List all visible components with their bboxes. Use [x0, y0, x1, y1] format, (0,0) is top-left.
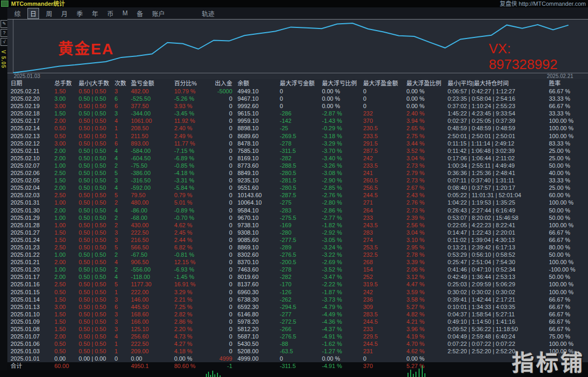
table-row[interactable]: 2025.02.042.000.50 | 0.504-592.00-5.84 %… — [7, 184, 588, 191]
cell: -3.18 % — [318, 132, 360, 140]
menu-item-日[interactable]: 日 — [27, 8, 39, 19]
cell: 1 — [110, 347, 127, 355]
menu-item-月[interactable]: 月 — [59, 8, 70, 18]
cell: -525.50 — [127, 95, 168, 102]
table-row[interactable]: 2025.02.193.000.50 | 0.506377.503.93 %09… — [7, 102, 588, 110]
cell: 0:11:15 | 1:11:14 | 2:49:12 — [443, 140, 548, 147]
cell: 430.00 — [127, 221, 168, 229]
table-row[interactable]: 2025.01.060.500.50 | 0.501222.504.27 %05… — [7, 340, 588, 347]
cell: 79.50 — [127, 191, 168, 199]
table-row[interactable]: 2025.01.232.500.50 | 0.505566.506.82 %08… — [7, 244, 588, 251]
table-row[interactable]: 2025.02.071.000.50 | 0.502-75.50-0.85 %0… — [7, 162, 588, 169]
cell: 6592.30 — [234, 303, 277, 311]
cell: 6 — [110, 95, 127, 102]
table-row[interactable]: 2025.01.101.500.50 | 0.503168.602.82 %06… — [7, 311, 588, 318]
table-row[interactable]: 2025.01.030.500.50 | 0.501209.004.18 %05… — [7, 347, 588, 355]
table-row[interactable]: 2025.02.203.000.50 | 0.506-525.50-5.26 %… — [7, 95, 588, 102]
table-row[interactable]: 2025.01.302.000.50 | 0.504-86.00-0.89 %0… — [7, 207, 588, 214]
cell: 4.62 % — [168, 221, 207, 229]
table-row[interactable]: 2025.01.133.000.50 | 0.506445.507.25 %06… — [7, 303, 588, 311]
cell: 25.00 % — [548, 184, 588, 191]
cell: 4.62 % — [402, 347, 443, 355]
cell: -286 — [277, 110, 318, 117]
cell: -386.00 — [127, 169, 168, 177]
cell: 2025.01.22 — [7, 251, 52, 258]
cell — [234, 362, 277, 370]
table-row[interactable]: 2025.01.212.000.50 | 0.504906.5012.15 %0… — [7, 258, 588, 266]
table-row[interactable]: 2025.01.091.500.50 | 0.503166.002.86 %05… — [7, 318, 588, 325]
menu-item-备[interactable]: 备 — [135, 8, 145, 18]
cell: 100.00 % — [548, 221, 588, 229]
cell: 242 — [360, 288, 402, 296]
cell: 370 — [360, 117, 402, 124]
pencil-icon[interactable]: ✎ — [1, 20, 8, 28]
cell: 0.50 | 0.50 — [76, 154, 110, 162]
menu-item-季[interactable]: 季 — [74, 8, 85, 18]
cell: 0 — [207, 117, 234, 124]
table-body: 2025.02.211.500.50 | 0.503482.0010.79 %-… — [7, 88, 588, 371]
menu-item-综[interactable]: 综 — [12, 8, 23, 18]
cell: 9959.10 — [234, 117, 277, 124]
menu-item-年[interactable]: 年 — [90, 8, 100, 18]
help-icon[interactable]: ? — [1, 29, 8, 37]
cell: 0.50 | 0.50 — [76, 273, 110, 281]
table-row[interactable]: 2025.02.032.500.50 | 0.50579.500.79 %010… — [7, 191, 588, 199]
table-row[interactable]: 2025.01.172.000.50 | 0.504-118.00-1.45 %… — [7, 273, 588, 281]
table-row[interactable]: 2025.01.281.000.50 | 0.502430.004.62 %09… — [7, 221, 588, 229]
menu-item-轨迹[interactable]: 轨迹 — [200, 8, 216, 18]
table-row[interactable]: 2025.02.172.000.50 | 0.5041061.0011.92 %… — [7, 117, 588, 124]
menu-item-周[interactable]: 周 — [44, 8, 54, 18]
table-row[interactable]: 2025.01.150.500.50 | 0.501222.003.29 %06… — [7, 288, 588, 296]
cell: 7463.60 — [234, 266, 277, 273]
table-row[interactable]: 2025.01.081.500.50 | 0.503125.102.20 %05… — [7, 325, 588, 333]
table-row[interactable]: 2025.02.211.500.50 | 0.503482.0010.79 %-… — [7, 88, 588, 95]
menu-item-M[interactable]: M — [120, 9, 130, 17]
table-row[interactable]: 2025.01.271.500.50 | 0.503222.502.45 %09… — [7, 229, 588, 236]
table-row[interactable]: 2025.01.221.000.50 | 0.502-67.50-0.81 %0… — [7, 251, 588, 258]
cell: 0 — [207, 266, 234, 273]
brand-link[interactable]: 复盘侠 http://MTCommander.com — [500, 0, 586, 7]
cell: 2.39 % — [402, 214, 443, 221]
table-row[interactable]: 2025.01.010.000.00 | 0.0000.000.00 %4999… — [7, 355, 588, 362]
table-row[interactable]: 2025.02.051.500.50 | 0.503-316.50-3.31 %… — [7, 177, 588, 184]
cell: -287.5 — [277, 191, 318, 199]
cell: 2.00 — [52, 154, 76, 162]
cell: 0:26:43 | 2:27:44 | 6:16:49 — [443, 207, 548, 214]
cell: 3 — [110, 88, 127, 95]
table-row[interactable]: 2025.02.123.000.50 | 0.506893.0011.77 %0… — [7, 140, 588, 147]
cell: 0 — [207, 102, 234, 110]
table-row[interactable]: 2025.01.072.000.50 | 0.504256.604.73 %05… — [7, 333, 588, 340]
table-row[interactable]: 2025.01.201.000.50 | 0.502-556.00-6.93 %… — [7, 266, 588, 273]
cell: 0:53:29 | 0:56:10 | 0:58:52 — [443, 251, 548, 258]
cell: 0.79 % — [168, 191, 207, 199]
cell: -4.49 % — [318, 311, 360, 318]
cell: 75.00 % — [548, 333, 588, 340]
cell: 893.00 — [127, 140, 168, 147]
table-row[interactable]: 2025.01.291.000.50 | 0.502-68.00-0.70 %0… — [7, 214, 588, 221]
cell: 377.50 — [127, 102, 168, 110]
cell: 2.20 % — [168, 325, 207, 333]
table-row[interactable]: 2025.01.311.000.50 | 0.502480.005.01 %01… — [7, 199, 588, 206]
cell: -142 — [277, 117, 318, 124]
table-row[interactable]: 2025.02.102.000.50 | 0.504-604.50-6.89 %… — [7, 154, 588, 162]
check-icon[interactable]: √ — [1, 38, 8, 46]
cell: 4 — [110, 258, 127, 266]
menu-item-币[interactable]: 币 — [105, 8, 116, 18]
table-row[interactable]: 2025.02.140.500.50 | 0.501208.502.40 %08… — [7, 124, 588, 132]
table-row[interactable]: 2025.01.162.500.50 | 0.5051177.3016.91 %… — [7, 281, 588, 288]
table-row[interactable]: 2025.02.181.500.50 | 0.503-344.00-3.45 %… — [7, 110, 588, 117]
table-row[interactable]: 2025.01.141.500.50 | 0.503146.002.21 %06… — [7, 296, 588, 303]
cell: 9235.10 — [234, 177, 277, 184]
cell: 0.50 | 0.50 — [76, 258, 110, 266]
histogram-bar — [217, 373, 218, 377]
menu-item-账户[interactable]: 账户 — [150, 8, 167, 18]
table-row[interactable]: 2025.01.241.500.50 | 0.503216.502.44 %09… — [7, 236, 588, 244]
cell: 0 — [207, 140, 234, 147]
cell: 0 — [360, 88, 402, 95]
table-row[interactable]: 2025.02.062.500.50 | 0.505-386.00-4.18 %… — [7, 169, 588, 177]
cell: 2025.01.28 — [7, 221, 52, 229]
cell: -289 — [277, 244, 318, 251]
table-row[interactable]: 2025.02.130.500.50 | 0.501211.502.49 %08… — [7, 132, 588, 140]
table-row[interactable]: 2025.02.112.000.50 | 0.504-584.00-7.15 %… — [7, 147, 588, 154]
table-total-row[interactable]: 合计60.004950.180.60 %-1-311.5-4.91 %3705.… — [7, 362, 588, 371]
